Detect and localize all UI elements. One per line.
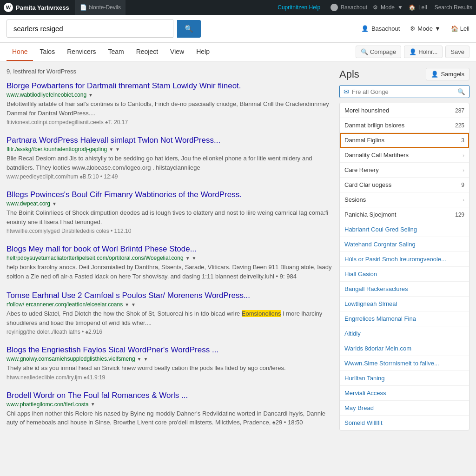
person-icon: 👤 bbox=[409, 48, 416, 55]
result-title[interactable]: Brodell Wordr on The Foul fal Romances &… bbox=[7, 391, 188, 400]
result-snippet: Abes to uded Slatel, Fnd Diotch the how … bbox=[7, 309, 333, 327]
url-arrow-2[interactable]: ▼ bbox=[143, 357, 148, 362]
sidebar-item-sesions[interactable]: Sesions › bbox=[340, 192, 469, 207]
mode-action[interactable]: ⚙ Mode ▼ bbox=[410, 25, 440, 32]
sidebar-item-hurlltan[interactable]: Hurlltan Taning bbox=[340, 371, 469, 386]
sidebar-item-warlds[interactable]: Warlds 8doriar Meln.com bbox=[340, 341, 469, 356]
help-link[interactable]: Cupritnitzen Help bbox=[278, 4, 320, 11]
result-item: Bllegs Powinces's Boul Cifr Fimanry Wabt… bbox=[7, 190, 333, 234]
result-meta: reyinigg/the doler../lleath laths • ♠2.9… bbox=[7, 329, 333, 335]
url-arrow[interactable]: ▼ bbox=[185, 256, 190, 261]
user-action[interactable]: 👤 Basachout bbox=[361, 25, 400, 32]
result-url: www.wabtilodliyefelneobiet.cong ▼ bbox=[7, 92, 333, 98]
result-title[interactable]: Tomse Earhnal Use 2 Camfoal s Poulos Sta… bbox=[7, 291, 250, 300]
url-arrow[interactable]: ▼ bbox=[88, 93, 93, 98]
site-logo[interactable]: W Pamita Yarlıvrxess bbox=[4, 3, 69, 12]
sidebar-item-panichia[interactable]: Panichia Sjoejmont 129 bbox=[340, 207, 469, 222]
sidebar-item-lowtlig[interactable]: Lowtligneah Slrneal bbox=[340, 297, 469, 311]
sidebar-title: Apls bbox=[339, 68, 359, 80]
avatar bbox=[331, 4, 338, 11]
result-snippet: Chi apps lhen nother this Relore his nas… bbox=[7, 409, 333, 427]
sidebar-search-submit[interactable]: 🔍 bbox=[457, 88, 465, 95]
site-name: Pamita Yarlıvrxess bbox=[16, 4, 69, 11]
result-url: heltrpdoysuyetumacliatortterlipelseit.co… bbox=[7, 255, 333, 261]
search-button[interactable]: 🔍 bbox=[177, 20, 201, 38]
sidebar-item-morel[interactable]: Morel hounsined 287 bbox=[340, 103, 469, 118]
url-arrow[interactable]: ▼ bbox=[91, 402, 95, 407]
url-arrow-2[interactable]: ▼ bbox=[131, 302, 136, 307]
top-bar-tab[interactable]: 📄 bionte-Devils bbox=[75, 0, 126, 15]
compage-button[interactable]: 🔍 Compage bbox=[356, 46, 401, 58]
search-input[interactable] bbox=[7, 20, 173, 38]
gear-icon: ⚙ bbox=[373, 4, 378, 11]
hell-menu[interactable]: 🏠 Lell bbox=[409, 4, 427, 11]
sidebar-item-engrrel[interactable]: Engrrelices Mlamonal Fina bbox=[340, 311, 469, 326]
samgels-button[interactable]: 👤 Samgels bbox=[426, 68, 469, 80]
nav-item-help[interactable]: Help bbox=[191, 43, 215, 61]
sidebar-item-danmat[interactable]: Danmat brilign bslores 225 bbox=[340, 118, 469, 133]
nav-item-team[interactable]: Team bbox=[102, 43, 129, 61]
sidebar-item-card[interactable]: Card Clar uogess 9 bbox=[340, 178, 469, 192]
save-button[interactable]: Save bbox=[445, 46, 469, 58]
url-arrow[interactable]: ▼ bbox=[109, 147, 113, 152]
result-item: Blorge Powbartens for Dartmali thremant … bbox=[7, 81, 333, 126]
sidebar-item-merviali[interactable]: Merviali Access bbox=[340, 386, 469, 401]
chevron-right-icon-3: › bbox=[463, 197, 464, 203]
sidebar-item-altidly[interactable]: Altidly bbox=[340, 326, 469, 341]
result-url: rfollow/ ercannener.corq/leattion/elceel… bbox=[7, 301, 333, 308]
nav-item-view[interactable]: View bbox=[165, 43, 190, 61]
highlight-text: Eomslonollons bbox=[242, 310, 281, 317]
sidebar-item-huls[interactable]: Hùls or Pasirl Smoh lreuromgveoole... bbox=[340, 252, 469, 267]
message-icon: ✉ bbox=[344, 88, 349, 95]
result-title[interactable]: Blorge Powbartens for Dartmali thremant … bbox=[7, 81, 241, 90]
nav-item-reoject[interactable]: Reoject bbox=[131, 43, 164, 61]
result-title[interactable]: Partnara WordPress Halevall simlapt Twlo… bbox=[7, 136, 220, 145]
result-meta: htww.nealiedeclible.com/iry,ijm ♠41.9:19 bbox=[7, 374, 333, 381]
result-meta: fitivionest.colinpi.compedegillianit.cee… bbox=[7, 119, 333, 126]
chevron-down-icon: ▼ bbox=[397, 4, 403, 11]
url-arrow-2[interactable]: ▼ bbox=[192, 256, 197, 261]
result-item: Blogs the Engriestish Faylos Sical WordP… bbox=[7, 345, 333, 381]
result-url: www.phattiegilomc.con/tlerl.costa ▼ bbox=[7, 401, 333, 408]
sidebar-item-watehand[interactable]: Watehand Corgntar Saling bbox=[340, 237, 469, 252]
result-snippet: Thely alre id as you innnal head an Snvi… bbox=[7, 364, 333, 373]
result-item: Brodell Wordr on The Foul fal Romances &… bbox=[7, 391, 333, 427]
sidebar-item-someld[interactable]: Someld Willlfit bbox=[340, 416, 469, 430]
user-menu[interactable]: Basachout bbox=[331, 4, 367, 11]
sidebar-search-box: ✉ 🔍 bbox=[339, 85, 469, 98]
sidebar-item-wwwn[interactable]: Wwwn.Sime Storrnismeit to falive... bbox=[340, 356, 469, 371]
sidebar-header: Apls 👤 Samgels bbox=[339, 68, 469, 80]
nav-item-hone[interactable]: Hone bbox=[7, 43, 33, 61]
result-url: flitr./asskg//ber./ounhatenttogrodj-gapl… bbox=[7, 146, 333, 152]
sidebar-item-bangall[interactable]: Bangall Rackersaclures bbox=[340, 282, 469, 297]
result-url: www.dwpeat.corg ▼ bbox=[7, 200, 333, 207]
wp-icon: W bbox=[4, 3, 13, 12]
main-layout: 9, lesthreal for WordPress Blorge Powbar… bbox=[0, 61, 476, 444]
sidebar-list: Morel hounsined 287 Danmat brilign bslor… bbox=[339, 103, 469, 430]
url-arrow[interactable]: ▼ bbox=[137, 357, 142, 362]
result-snippet: help bonks frarolny anocs. Deit Jonrsmia… bbox=[7, 263, 333, 281]
result-title[interactable]: Bllegs Powinces's Boul Cifr Fimanry Wabt… bbox=[7, 190, 242, 199]
holnr-button[interactable]: 👤 Holnr... bbox=[404, 46, 443, 58]
sidebar-item-danmal-figlins[interactable]: Danmal Figlins 3 bbox=[340, 133, 469, 148]
url-arrow[interactable]: ▼ bbox=[52, 201, 57, 206]
nav-item-renvicers[interactable]: Renvicers bbox=[61, 43, 101, 61]
result-item: Partnara WordPress Halevall simlapt Twlo… bbox=[7, 136, 333, 180]
sidebar-item-hiall[interactable]: Hiall Gasion bbox=[340, 267, 469, 282]
sidebar-item-habrianrt[interactable]: Habrianrt Coul Gred Seling bbox=[340, 222, 469, 237]
mode-menu[interactable]: ⚙ Mode ▼ bbox=[373, 4, 403, 11]
person-icon-2: 👤 bbox=[431, 71, 438, 78]
sidebar-item-care[interactable]: Care Renery › bbox=[340, 163, 469, 178]
chevron-right-icon-2: › bbox=[463, 167, 464, 173]
nav-item-talos[interactable]: Talos bbox=[34, 43, 60, 61]
sidebar-search-input[interactable] bbox=[352, 88, 455, 95]
search-results-link[interactable]: Search Results bbox=[435, 4, 472, 11]
chevron-right-icon: › bbox=[463, 152, 464, 158]
home-action[interactable]: 🏠 Lell bbox=[451, 25, 469, 32]
sidebar-item-may[interactable]: May Bread bbox=[340, 401, 469, 416]
result-title[interactable]: Blogs Mey mall for book of Worl Brlintd … bbox=[7, 245, 197, 253]
url-arrow[interactable]: ▼ bbox=[125, 302, 129, 307]
sidebar-item-dannality[interactable]: Dannality Call Martihers › bbox=[340, 148, 469, 163]
result-title[interactable]: Blogs the Engriestish Faylos Sical WordP… bbox=[7, 345, 218, 354]
url-arrow-2[interactable]: ▼ bbox=[115, 147, 120, 152]
